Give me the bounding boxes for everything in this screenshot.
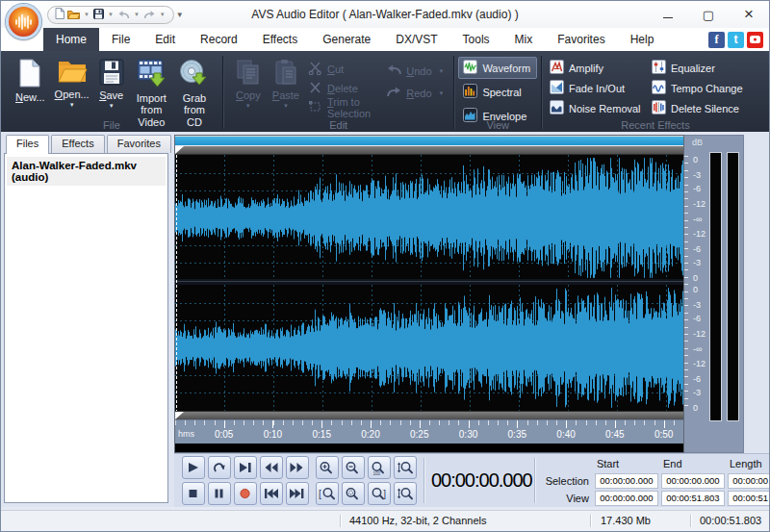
dropdown-arrow-icon[interactable]: ▼ (283, 103, 289, 110)
selection-strip-bottom[interactable] (175, 411, 683, 419)
delete-button[interactable]: Delete (308, 80, 371, 96)
pause-button[interactable] (208, 482, 231, 505)
quick-redo-icon[interactable] (143, 6, 156, 23)
waveform-canvas[interactable] (175, 155, 683, 411)
overview-bar[interactable] (175, 136, 683, 146)
dropdown-arrow-icon[interactable]: ▼ (439, 68, 445, 74)
zoom-in-button[interactable] (316, 456, 339, 479)
zoom-out-button[interactable] (342, 456, 365, 479)
svg-text:[: [ (319, 488, 321, 498)
menu-tab-effects[interactable]: Effects (250, 28, 310, 51)
dropdown-arrow-icon[interactable]: ▼ (109, 103, 115, 110)
trim-to-selection-button[interactable]: Trim to Selection (308, 99, 371, 115)
quick-new-icon[interactable] (55, 6, 64, 23)
quick-save-dropdown[interactable]: ▼ (108, 12, 114, 17)
panel-tab-favorites[interactable]: Favorites (107, 135, 171, 153)
noise-removal-button[interactable]: Noise Removal (550, 98, 648, 118)
svg-text:100: 100 (373, 470, 381, 474)
quick-open-dropdown[interactable]: ▼ (84, 12, 90, 17)
level-meter-right (727, 152, 739, 421)
cut-button[interactable]: Cut (308, 61, 371, 77)
twitter-icon[interactable]: t (728, 32, 744, 48)
loop-button[interactable] (208, 456, 231, 479)
menu-tab-edit[interactable]: Edit (142, 28, 188, 51)
zoom-selection-start-button[interactable]: [ (316, 482, 339, 505)
selection-length-field[interactable]: 00:00:00.000 (728, 473, 770, 489)
save-button[interactable]: Save▼ (96, 57, 127, 112)
waveform-view-button[interactable]: Waveform (458, 57, 537, 79)
delete-silence-button[interactable]: Delete Silence (652, 98, 765, 118)
left-panel: FilesEffectsFavorites Alan-Walker-Faded.… (1, 135, 171, 507)
quick-access-customize-icon[interactable]: ▼ (174, 11, 186, 19)
quick-save-icon[interactable] (93, 6, 104, 23)
stop-button[interactable] (182, 482, 205, 505)
tempo-change-button[interactable]: Tempo Change (652, 78, 765, 98)
quick-redo-dropdown[interactable]: ▼ (160, 12, 166, 17)
app-logo-icon[interactable] (6, 4, 41, 39)
ruler-major-tick (469, 420, 470, 428)
quick-open-icon[interactable] (67, 6, 80, 23)
fast-forward-button[interactable] (286, 456, 309, 479)
facebook-icon[interactable]: f (708, 32, 725, 48)
panel-tab-files[interactable]: Files (6, 135, 49, 154)
redo-button[interactable]: Redo▼ (386, 87, 444, 100)
new-button[interactable]: New... (13, 57, 48, 105)
panel-tab-effects[interactable]: Effects (51, 135, 104, 153)
menu-tab-tools[interactable]: Tools (450, 28, 502, 51)
quick-undo-dropdown[interactable]: ▼ (134, 12, 140, 17)
grab-cd-icon (179, 59, 210, 91)
undo-button[interactable]: Undo▼ (386, 64, 444, 78)
dropdown-arrow-icon[interactable]: ▼ (439, 90, 445, 96)
view-start-field[interactable]: 00:00:00.000 (595, 491, 658, 506)
paste-button[interactable]: Paste▼ (270, 57, 302, 112)
edit-small-buttons: CutDeleteTrim to Selection (308, 61, 371, 115)
button-label: Fade In/Out (569, 83, 625, 94)
menu-tab-dx-vst[interactable]: DX/VST (383, 28, 449, 51)
amplify-button[interactable]: Amplify (550, 58, 648, 78)
go-to-start-button[interactable] (260, 482, 283, 505)
zoom-selection-button[interactable] (342, 482, 365, 505)
zoom-vertical-in-button[interactable] (394, 456, 417, 479)
equalizer-button[interactable]: Equalizer (652, 58, 765, 78)
fade-in-out-button[interactable]: Fade In/Out (550, 78, 648, 98)
copy-button[interactable]: Copy▼ (233, 57, 264, 112)
dropdown-arrow-icon[interactable]: ▼ (69, 102, 75, 109)
selection-end-field[interactable]: 00:00:00.000 (661, 473, 725, 489)
menu-tab-generate[interactable]: Generate (310, 28, 383, 51)
zoom-selection-end-button[interactable]: ] (368, 482, 391, 505)
ruler-label: 0:05 (215, 429, 233, 440)
button-label: Trim to Selection (327, 96, 371, 119)
play-to-end-button[interactable] (234, 456, 257, 479)
spectral-view-button[interactable]: Spectral (458, 81, 537, 103)
zoom-vertical-out-button[interactable] (394, 482, 417, 505)
youtube-icon[interactable] (747, 32, 763, 48)
maximize-button[interactable]: ▢ (688, 3, 729, 26)
view-end-field[interactable]: 00:00:51.803 (661, 491, 725, 506)
selection-start-field[interactable]: 00:00:00.000 (595, 473, 658, 489)
open-button[interactable]: Open...▼ (52, 57, 92, 111)
fade-icon (550, 80, 564, 96)
delete-icon (308, 81, 322, 96)
minimize-button[interactable] (648, 3, 688, 26)
selection-strip-top[interactable] (175, 146, 683, 155)
dropdown-arrow-icon[interactable]: ▼ (245, 103, 251, 110)
record-button[interactable] (234, 482, 257, 505)
menu-tab-help[interactable]: Help (618, 28, 667, 51)
menu-tab-favorites[interactable]: Favorites (545, 28, 617, 51)
rewind-button[interactable] (260, 456, 283, 479)
menu-tab-record[interactable]: Record (188, 28, 250, 51)
zoom-100-button[interactable]: 100 (368, 456, 391, 479)
file-list-item[interactable]: Alan-Walker-Faded.mkv (audio) (7, 157, 166, 186)
menu-tab-home[interactable]: Home (43, 28, 99, 51)
db-scale-ticks (684, 156, 688, 412)
menu-tab-file[interactable]: File (99, 28, 142, 51)
quick-undo-icon[interactable] (117, 6, 130, 23)
time-ruler[interactable]: hms 0:050:100:150:200:250:300:350:400:45… (175, 419, 683, 443)
quick-access-toolbar: ▼ ▼ ▼ ▼ (47, 6, 174, 24)
close-button[interactable]: × (729, 3, 769, 26)
view-length-field[interactable]: 00:00:51.803 (728, 491, 770, 506)
play-button[interactable] (182, 456, 205, 479)
menu-tab-mix[interactable]: Mix (502, 28, 546, 51)
go-to-end-button[interactable] (286, 482, 309, 505)
ribbon-group-edit: Copy▼Paste▼CutDeleteTrim to SelectionUnd… (223, 53, 454, 132)
